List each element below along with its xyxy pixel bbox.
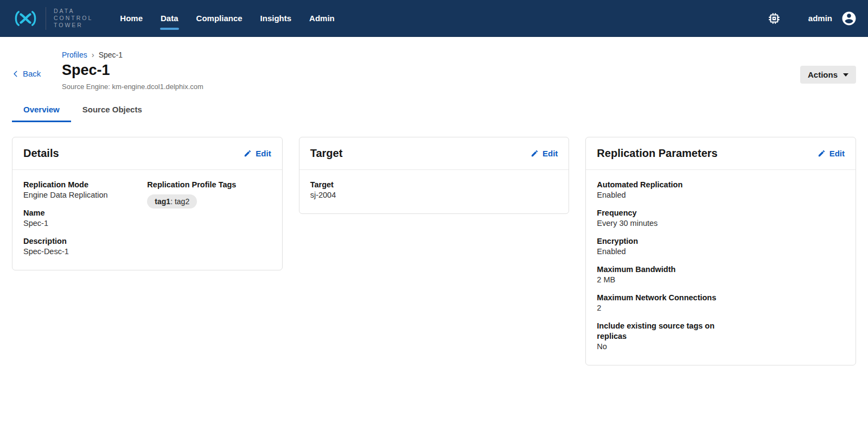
tab-overview[interactable]: Overview — [12, 99, 71, 122]
card-replication-parameters: Replication Parameters Edit Automated Re… — [585, 137, 856, 365]
breadcrumb-profiles-link[interactable]: Profiles — [62, 51, 87, 59]
card-target-title: Target — [310, 147, 343, 160]
brand-logo[interactable]: DATA CONTROL TOWER — [11, 7, 93, 30]
field-label: Maximum Network Connections — [597, 293, 720, 303]
wordmark-line: TOWER — [54, 22, 93, 29]
actions-button[interactable]: Actions — [800, 66, 856, 84]
field-value: Engine Data Replication — [23, 190, 147, 200]
details-edit-button[interactable]: Edit — [244, 149, 271, 158]
header-main: Profiles › Spec-1 Spec-1 Source Engine: … — [62, 50, 856, 91]
api-chip-icon[interactable] — [767, 11, 781, 26]
chevron-left-icon — [12, 70, 20, 78]
card-details-body: Replication Mode Engine Data Replication… — [12, 170, 282, 270]
field-value: Enabled — [597, 247, 720, 257]
field-maximum-bandwidth: Maximum Bandwidth 2 MB — [597, 264, 720, 285]
actions-label: Actions — [808, 70, 838, 79]
field-value: Enabled — [597, 190, 720, 200]
pencil-icon — [531, 149, 539, 157]
navbar-right: admin — [767, 10, 857, 27]
pencil-icon — [818, 149, 826, 157]
card-details-title: Details — [23, 147, 59, 160]
edit-label: Edit — [542, 149, 558, 158]
logo-divider — [46, 7, 46, 30]
overview-cards: Details Edit Replication Mode Engine Dat… — [0, 122, 868, 365]
tag-key: tag1 — [155, 197, 170, 206]
field-label: Replication Profile Tags — [147, 180, 271, 190]
main-nav: Home Data Compliance Insights Admin — [120, 10, 334, 26]
username-label[interactable]: admin — [808, 14, 832, 23]
field-value: 2 — [597, 303, 720, 313]
field-label: Encryption — [597, 236, 720, 247]
card-details-header: Details Edit — [12, 137, 282, 170]
card-details: Details Edit Replication Mode Engine Dat… — [12, 137, 283, 270]
field-maximum-network-connections: Maximum Network Connections 2 — [597, 293, 720, 313]
replication-parameters-edit-button[interactable]: Edit — [818, 149, 845, 158]
field-label: Maximum Bandwidth — [597, 264, 720, 275]
card-replication-parameters-title: Replication Parameters — [597, 147, 717, 160]
field-label: Frequency — [597, 208, 720, 218]
field-value: Spec-Desc-1 — [23, 247, 147, 257]
nav-item-home[interactable]: Home — [120, 10, 143, 26]
back-label: Back — [23, 69, 41, 78]
field-target: Target sj-2004 — [310, 180, 558, 200]
breadcrumb: Profiles › Spec-1 — [62, 50, 856, 59]
tab-bar: Overview Source Objects — [12, 99, 868, 122]
details-left-column: Replication Mode Engine Data Replication… — [23, 180, 147, 257]
card-replication-parameters-body: Automated Replication Enabled Frequency … — [586, 170, 856, 365]
field-name: Name Spec-1 — [23, 208, 147, 229]
wordmark-line: DATA — [54, 8, 93, 15]
pencil-icon — [244, 149, 252, 157]
tab-source-objects[interactable]: Source Objects — [71, 99, 154, 122]
field-automated-replication: Automated Replication Enabled — [597, 180, 720, 200]
card-target: Target Edit Target sj-2004 — [299, 137, 570, 214]
field-value: Spec-1 — [23, 218, 147, 229]
nav-item-compliance[interactable]: Compliance — [196, 10, 242, 26]
page-title: Spec-1 — [62, 62, 856, 79]
source-engine-label: Source Engine: km-engine.dcol1.delphix.c… — [62, 83, 856, 91]
replication-parameters-column: Automated Replication Enabled Frequency … — [597, 180, 845, 352]
caret-down-icon — [843, 73, 848, 77]
field-frequency: Frequency Every 30 minutes — [597, 208, 720, 229]
field-replication-profile-tags: Replication Profile Tags tag1: tag2 — [147, 180, 271, 209]
card-target-body: Target sj-2004 — [299, 170, 569, 213]
tag-value: : tag2 — [170, 197, 189, 206]
field-label: Replication Mode — [23, 180, 147, 190]
field-value: Every 30 minutes — [597, 218, 720, 229]
edit-label: Edit — [256, 149, 271, 158]
field-label: Automated Replication — [597, 180, 720, 190]
card-target-header: Target Edit — [299, 137, 569, 170]
field-value: 2 MB — [597, 275, 720, 285]
edit-label: Edit — [829, 149, 845, 158]
page-header: Back Profiles › Spec-1 Spec-1 Source Eng… — [0, 37, 868, 91]
breadcrumb-current: Spec-1 — [99, 51, 123, 59]
field-include-existing-source-tags: Include existing source tags on replicas… — [597, 321, 720, 352]
field-value: No — [597, 342, 720, 352]
delphix-logo-icon — [11, 10, 40, 27]
top-navbar: DATA CONTROL TOWER Home Data Compliance … — [0, 0, 868, 37]
field-value: sj-2004 — [310, 190, 558, 200]
nav-item-admin[interactable]: Admin — [309, 10, 335, 26]
target-edit-button[interactable]: Edit — [531, 149, 558, 158]
field-label: Target — [310, 180, 558, 190]
field-encryption: Encryption Enabled — [597, 236, 720, 257]
tag-chip: tag1: tag2 — [147, 194, 197, 209]
field-replication-mode: Replication Mode Engine Data Replication — [23, 180, 147, 200]
card-replication-parameters-header: Replication Parameters Edit — [586, 137, 856, 170]
field-label: Include existing source tags on replicas — [597, 321, 720, 342]
field-label: Name — [23, 208, 147, 218]
nav-item-data[interactable]: Data — [161, 10, 178, 26]
back-button[interactable]: Back — [12, 69, 41, 78]
wordmark-line: CONTROL — [54, 15, 93, 22]
account-avatar-icon[interactable] — [841, 10, 857, 27]
field-description: Description Spec-Desc-1 — [23, 236, 147, 257]
details-right-column: Replication Profile Tags tag1: tag2 — [147, 180, 271, 257]
breadcrumb-separator: › — [92, 50, 94, 59]
target-column: Target sj-2004 — [310, 180, 558, 200]
brand-wordmark: DATA CONTROL TOWER — [54, 8, 93, 29]
field-label: Description — [23, 236, 147, 247]
nav-item-insights[interactable]: Insights — [260, 10, 292, 26]
